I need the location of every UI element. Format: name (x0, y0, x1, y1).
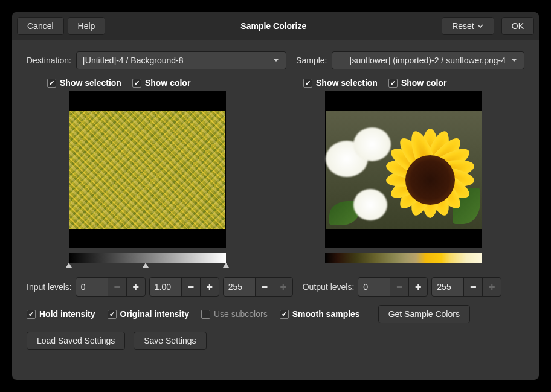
minus-icon[interactable]: − (390, 277, 409, 297)
input-levels-label: Input levels: (27, 282, 72, 292)
check-label: Hold intensity (39, 309, 95, 319)
minus-icon[interactable]: − (463, 277, 483, 297)
get-sample-colors-button[interactable]: Get Sample Colors (378, 305, 470, 323)
plus-icon[interactable]: + (274, 277, 293, 297)
checkbox-icon (27, 310, 36, 319)
check-label: Show selection (316, 78, 378, 88)
dialog-title: Sample Colorize (105, 21, 442, 31)
check-label: Original intensity (120, 309, 189, 319)
sample-show-selection-check[interactable]: Show selection (303, 78, 378, 88)
sample-label: Sample: (296, 56, 327, 65)
check-label: Use subcolors (214, 309, 268, 319)
dropdown-arrow-icon (272, 57, 280, 64)
plus-icon[interactable]: + (482, 277, 501, 297)
input-low-field[interactable] (76, 277, 108, 297)
checkbox-icon (47, 79, 56, 88)
check-label: Show color (145, 78, 190, 88)
sample-gradient-strip[interactable] (325, 253, 482, 263)
original-intensity-check[interactable]: Original intensity (108, 309, 189, 319)
output-high-field[interactable] (431, 277, 464, 297)
save-settings-button[interactable]: Save Settings (134, 332, 206, 350)
destination-dropdown[interactable]: [Untitled]-4 / Background-8 (76, 51, 286, 69)
reset-label: Reset (452, 21, 474, 31)
check-label: Show selection (60, 78, 121, 88)
destination-preview[interactable] (69, 91, 226, 248)
checkbox-icon (201, 310, 210, 319)
checkbox-icon (388, 79, 398, 88)
checkbox-icon (303, 79, 312, 88)
input-high-spinner[interactable]: − + (223, 277, 293, 297)
destination-column: Show selection Show color (27, 78, 268, 269)
dest-show-selection-check[interactable]: Show selection (47, 78, 121, 88)
load-saved-settings-button[interactable]: Load Saved Settings (27, 332, 125, 350)
minus-icon[interactable]: − (255, 277, 274, 297)
sample-colorize-dialog: Cancel Help Sample Colorize Reset OK Des… (12, 12, 539, 380)
output-low-field[interactable] (358, 277, 390, 297)
output-high-spinner[interactable]: − + (431, 277, 501, 297)
sample-level-sliders[interactable] (325, 263, 482, 269)
plus-icon[interactable]: + (408, 277, 428, 297)
sample-preview[interactable] (325, 91, 482, 248)
use-subcolors-check[interactable]: Use subcolors (201, 309, 268, 319)
slider-handle-high[interactable] (223, 263, 229, 268)
slider-handle-low[interactable] (66, 263, 72, 268)
cancel-button[interactable]: Cancel (17, 17, 64, 35)
sample-value: [sunflower] (imported)-2 / sunflower.png… (350, 56, 506, 65)
smooth-samples-check[interactable]: Smooth samples (280, 309, 360, 319)
help-button[interactable]: Help (68, 17, 106, 35)
dest-gradient-strip[interactable] (69, 253, 226, 263)
check-label: Show color (401, 78, 446, 88)
checkbox-icon (132, 79, 141, 88)
plus-icon[interactable]: + (126, 277, 146, 297)
sample-column: Show selection Show color (283, 78, 524, 269)
dest-show-color-check[interactable]: Show color (132, 78, 190, 88)
sunflower-graphic (385, 126, 475, 217)
check-label: Smooth samples (292, 309, 360, 319)
output-levels-label: Output levels: (303, 282, 355, 292)
input-gamma-spinner[interactable]: − + (149, 277, 219, 297)
slider-handle-mid[interactable] (143, 263, 149, 268)
input-gamma-field[interactable] (149, 277, 182, 297)
dest-level-sliders[interactable] (69, 263, 226, 269)
minus-icon[interactable]: − (181, 277, 201, 297)
input-low-spinner[interactable]: − + (76, 277, 146, 297)
checkbox-icon (108, 310, 117, 319)
plus-icon[interactable]: + (200, 277, 219, 297)
reset-button[interactable]: Reset (442, 17, 494, 35)
titlebar: Cancel Help Sample Colorize Reset OK (12, 12, 539, 40)
destination-label: Destination: (27, 56, 71, 65)
minus-icon[interactable]: − (108, 277, 127, 297)
sample-show-color-check[interactable]: Show color (388, 78, 446, 88)
hold-intensity-check[interactable]: Hold intensity (27, 309, 95, 319)
output-low-spinner[interactable]: − + (358, 277, 428, 297)
sample-dropdown[interactable]: [sunflower] (imported)-2 / sunflower.png… (332, 51, 524, 69)
checkbox-icon (280, 310, 289, 319)
dropdown-arrow-icon (511, 57, 518, 64)
destination-value: [Untitled]-4 / Background-8 (83, 56, 184, 65)
chevron-down-icon (477, 22, 484, 30)
ok-button[interactable]: OK (501, 17, 534, 35)
input-high-field[interactable] (223, 277, 256, 297)
